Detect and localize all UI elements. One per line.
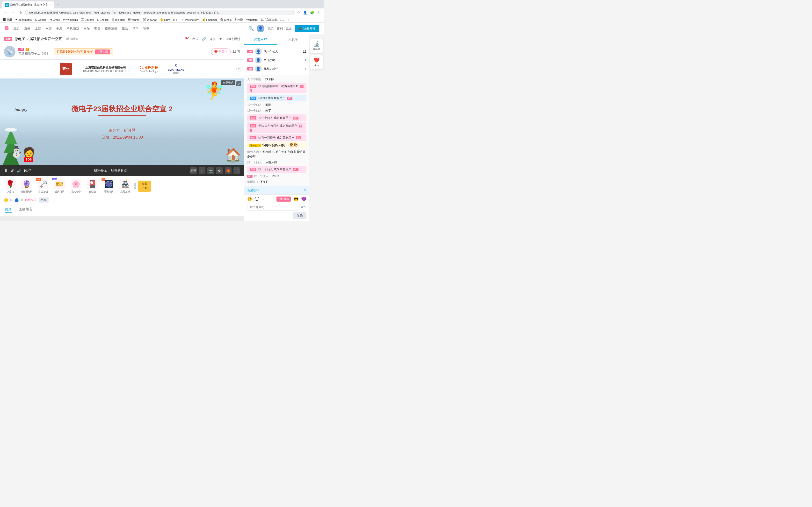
new-messages-bar[interactable]: 新消息67 ▼ — [244, 186, 309, 194]
bookmark-jd[interactable]: 以「京东白条」为... — [261, 18, 285, 21]
help-icon[interactable]: ? — [236, 67, 241, 71]
user-score-2: 8 — [305, 58, 306, 62]
fullscreen-tip[interactable]: 全屏模式 — [221, 80, 236, 85]
report-label[interactable]: 举报 — [192, 37, 199, 41]
nav-home[interactable]: 主页 — [13, 26, 20, 31]
send-gift-button[interactable]: 立即上船 — [138, 181, 151, 192]
tab-intro[interactable]: 简介 — [5, 207, 12, 213]
gift-item-4[interactable]: BLS 🎫 盛典门票 — [52, 179, 67, 193]
bag-button[interactable]: 包裹 — [39, 198, 49, 203]
top-user-row-3: BH 👤 无邪の糯仔 6 — [247, 64, 306, 73]
forward-button[interactable]: → — [10, 10, 16, 15]
bookmark-baby[interactable]: 👶 baby — [160, 18, 170, 21]
bookmark-google[interactable]: G Google — [35, 18, 46, 21]
user-avatar[interactable]: 👤 — [257, 24, 264, 32]
bookmark-apps[interactable]: ⬛ 应用 — [2, 18, 12, 21]
screenshot-button[interactable]: 📷 — [207, 167, 214, 174]
gift-scroll[interactable] — [134, 183, 136, 189]
send-button[interactable]: 发送 — [293, 212, 306, 219]
volume-button[interactable]: 🔊 — [17, 169, 21, 173]
follow-button[interactable]: ❤️ 已关注 — [211, 49, 231, 55]
nav-checkin[interactable]: 签到 — [276, 26, 283, 31]
bullet-chat-button[interactable]: 💬 — [254, 197, 259, 201]
bookmark-webstore[interactable]: Webstore — [246, 18, 258, 21]
sponsor-button[interactable]: 立即许愿 — [95, 50, 110, 54]
panel-tab-voyage[interactable]: 大航海 — [277, 34, 310, 45]
nav-mobile-games[interactable]: 手游 — [56, 26, 62, 31]
nav-study[interactable]: 学习 — [133, 26, 139, 31]
bookmark-wechat[interactable]: 💬 WeChat — [143, 18, 157, 21]
nav-radio[interactable]: 电台 — [94, 26, 101, 31]
more-bookmarks[interactable]: » — [288, 18, 289, 21]
menu-icon[interactable]: ⋮ — [316, 10, 321, 15]
bookmark-douban[interactable]: 豆 Douban — [81, 18, 94, 21]
fullscreen-button[interactable]: ⛶ — [234, 167, 240, 174]
screen-quality-button[interactable]: 原画 — [190, 167, 197, 174]
gift-item-6[interactable]: 🎴 发红包 — [85, 179, 100, 193]
profile-icon[interactable]: 👤 — [302, 10, 308, 15]
chat-input-field[interactable] — [247, 204, 299, 211]
nav-fanbox[interactable]: 饭盒 — [286, 26, 292, 31]
lab-button[interactable]: 🔬 实验室 — [310, 39, 323, 53]
reload-button[interactable]: ↻ — [18, 10, 24, 15]
gift-scan-button[interactable]: 🎁 — [225, 167, 232, 174]
recharge-button[interactable]: 信用充值 — [25, 198, 37, 202]
report-icon: 🚩 — [185, 37, 189, 41]
bookmark-wikipedia[interactable]: W Wikipedia — [63, 18, 78, 21]
bookmark-financial[interactable]: 💰 Financial — [202, 18, 217, 21]
gift-item-5[interactable]: 🌸 花式夸夸 — [69, 179, 83, 193]
channel-avatar[interactable]: 📡 — [4, 46, 15, 57]
user-avatar-1: 👤 — [255, 48, 262, 55]
active-tab[interactable]: B 微电子23届秋招企业联合空宣 × — [2, 1, 54, 8]
new-tab-button[interactable]: + — [55, 2, 61, 7]
play-pause-button[interactable]: ⏸ — [4, 169, 8, 173]
settings-button[interactable]: ⚙ — [216, 167, 223, 174]
nav-esports[interactable]: 赛事 — [143, 26, 149, 31]
nav-live[interactable]: 直播 — [24, 26, 31, 31]
close-tab-button[interactable]: × — [50, 3, 51, 7]
bookmark-english[interactable]: E English — [97, 18, 108, 21]
pip-button[interactable]: ⊡ — [199, 167, 205, 174]
panel-tab-top-users[interactable]: 高能用户 — [244, 34, 277, 45]
share-label[interactable]: 分享 — [209, 37, 215, 41]
nav-vtuber[interactable]: 虚拟主播 — [105, 26, 117, 31]
follow-side-button[interactable]: ❤️ 关注 — [310, 55, 323, 69]
more-chat-button[interactable]: ⋯ — [262, 197, 266, 201]
scroll-up[interactable] — [134, 183, 136, 186]
address-bar[interactable]: live.bilibili.com/21683356?broadcast_typ… — [25, 10, 295, 15]
extensions-icon[interactable]: 🧩 — [309, 10, 315, 15]
bookmark-kindle[interactable]: 📚 Kindle — [220, 18, 232, 21]
nav-pc-games[interactable]: 网游 — [45, 26, 52, 31]
gift-item-8[interactable]: 🏯 次元之城 — [118, 179, 133, 193]
tab-favicon: B — [5, 3, 9, 7]
gift-item-3[interactable]: 超赞 🗝️ 幸运之钥 — [36, 179, 50, 193]
expand-video-icon[interactable]: ⤢ — [236, 81, 241, 86]
emoji-button[interactable]: 😊 — [247, 197, 252, 201]
bookmark-psychology[interactable]: Ψ Psychology — [182, 18, 198, 21]
back-button[interactable]: ← — [2, 10, 9, 15]
scroll-down[interactable] — [134, 186, 136, 189]
nav-all[interactable]: 全部 — [35, 26, 41, 31]
bilibili-logo[interactable]: 𝔹 — [5, 25, 9, 32]
search-button[interactable]: 🔍 — [248, 26, 254, 31]
cool-emoji-button[interactable]: 😎 — [293, 196, 299, 202]
bookmark-yanfen[interactable]: 研 yanfen — [128, 18, 140, 21]
bookmark-gmail[interactable]: M Gmail — [50, 18, 60, 21]
purple-emoji-button[interactable]: 💜 — [301, 196, 306, 202]
nav-single-games[interactable]: 单机游戏 — [67, 26, 79, 31]
start-live-button[interactable]: 📹 我要开播 — [295, 25, 319, 32]
replay-button[interactable]: ↺ — [11, 169, 14, 173]
bookmark-bookmarks[interactable]: ★ Bookmarks — [15, 18, 32, 21]
nav-life[interactable]: 生活 — [122, 26, 128, 31]
nav-activity[interactable]: 动态 — [267, 26, 273, 31]
bookmark-icon[interactable]: ☆ — [296, 10, 301, 15]
gift-item-7[interactable]: 新 🎆 璀璨烟火 — [101, 179, 116, 193]
bookmark-it[interactable]: IT IT — [173, 18, 179, 21]
tab-honor[interactable]: 主播荣誉 — [19, 207, 33, 213]
gift-item-1[interactable]: 🌹 小花花 — [3, 179, 17, 193]
bookmark-meituan[interactable]: 美 meituan — [112, 18, 125, 21]
get-gift-button[interactable]: 获取弹幕 — [276, 196, 291, 202]
gift-item-2[interactable]: 🔮 粉丝团灯牌 — [19, 179, 34, 193]
bookmark-liuwei[interactable]: 刘末鹏 — [235, 18, 243, 21]
nav-entertainment[interactable]: 娱乐 — [84, 26, 90, 31]
